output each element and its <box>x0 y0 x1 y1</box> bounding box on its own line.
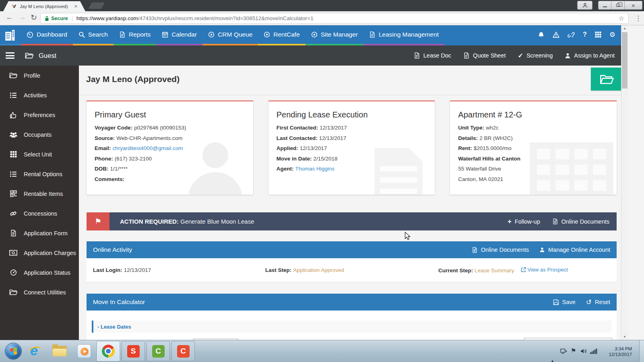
guest-folder-button[interactable] <box>591 68 621 90</box>
assign-to-agent-button[interactable]: Assign to Agent <box>565 52 615 59</box>
gear-icon[interactable]: ⚙ <box>609 31 615 39</box>
yardi-favicon <box>11 4 17 9</box>
move-in-calculator-body: - Lease Dates <box>87 311 617 340</box>
topnav-item-reports[interactable]: Reports <box>114 25 156 45</box>
quote-sheet-button[interactable]: Quote Sheet <box>463 52 506 59</box>
sidebar-item-occupants[interactable]: Occupants <box>0 125 79 144</box>
secure-label: Secure <box>51 16 68 21</box>
file-explorer-icon[interactable] <box>52 346 67 356</box>
back-button[interactable]: ← <box>6 13 13 22</box>
bookmark-star-icon[interactable]: ☆ <box>619 14 624 22</box>
start-button[interactable] <box>5 343 22 360</box>
action-label: Follow-up <box>515 218 540 225</box>
help-icon[interactable]: ? <box>583 31 587 38</box>
close-button[interactable]: × <box>625 1 642 10</box>
forward-button[interactable]: → <box>19 13 26 22</box>
building-logo-icon <box>4 29 17 41</box>
current-step-link[interactable]: Lease Summary <box>475 267 514 274</box>
lease-dates-section[interactable]: - Lease Dates <box>92 321 611 333</box>
secure-chip[interactable]: Secure <box>45 16 68 21</box>
scroll-up-icon[interactable]: ▲ <box>621 27 628 30</box>
topnav-item-search[interactable]: Search <box>73 25 114 45</box>
ring-icon <box>311 31 318 38</box>
email-link[interactable]: chryarditest4000@gmail.com <box>113 145 183 151</box>
sidebar-label: Select Unit <box>24 151 52 158</box>
new-tab-button[interactable] <box>89 2 105 9</box>
browser-tab[interactable]: Jay M Leno (Approved) × <box>3 1 85 11</box>
topnav-item-crm-queue[interactable]: CRM Queue <box>202 25 258 45</box>
address-line2: Canton, MA 02021 <box>458 176 609 182</box>
scrollbar-thumb[interactable] <box>622 32 627 88</box>
sidebar-item-profile[interactable]: Profile <box>0 66 79 85</box>
refresh-button[interactable]: ↻ <box>31 13 37 22</box>
yardi-logo[interactable] <box>0 25 21 45</box>
guest-title: Guest <box>39 52 56 60</box>
topnav-item-rentcafe[interactable]: RentCafe <box>258 25 305 45</box>
apps-grid-icon[interactable] <box>595 31 601 38</box>
url-path: /47433chrvplus/rescrm.resident/movein?id… <box>138 15 314 21</box>
sidebar-item-application-form[interactable]: Application Form <box>0 223 79 243</box>
sidebar-label: Rentable Items <box>24 191 63 197</box>
topnav-item-calendar[interactable]: Calendar <box>156 25 202 45</box>
chrome-taskbar-button[interactable] <box>97 341 120 361</box>
snagit-taskbar-button[interactable]: S <box>122 341 145 361</box>
save-button[interactable]: Save <box>553 299 576 305</box>
broken-link-icon[interactable] <box>568 31 575 38</box>
sidebar-item-preferences[interactable]: Preferences <box>0 105 79 125</box>
agent-link[interactable]: Thomas Higgins <box>295 166 334 172</box>
recorder-taskbar-button[interactable]: C <box>171 341 195 361</box>
scroll-down-icon[interactable]: ▼ <box>621 335 628 339</box>
sidebar-item-activities[interactable]: Activities <box>0 85 79 105</box>
follow-up-button[interactable]: +Follow-up <box>508 218 540 226</box>
hamburger-menu-icon[interactable] <box>6 52 14 59</box>
sidebar-item-rental-options[interactable]: Rental Options <box>0 164 79 184</box>
restore-button[interactable] <box>611 1 625 10</box>
sidebar-item-rentable-items[interactable]: Rentable Items <box>0 184 79 204</box>
bell-icon[interactable] <box>538 31 545 38</box>
topnav-item-leasing-management[interactable]: Leasing Management <box>363 25 444 45</box>
network-signal-icon[interactable] <box>590 348 597 354</box>
screening-button[interactable]: ✓Screening <box>518 52 553 60</box>
list-icon <box>8 171 19 178</box>
internet-explorer-icon[interactable]: e <box>27 343 43 359</box>
minimize-button[interactable] <box>598 1 611 10</box>
sidebar-item-concessions[interactable]: Concessions <box>0 204 79 223</box>
topnav-item-dashboard[interactable]: Dashboard <box>21 25 73 45</box>
online-documents-button[interactable]: Online Documents <box>552 218 609 225</box>
page-scrollbar[interactable]: ▲ ▼ <box>621 25 628 340</box>
sidebar-label: Application Charges <box>24 250 76 256</box>
sidebar-item-select-unit[interactable]: Select Unit <box>0 144 79 164</box>
url-text: https://www.yardiasp.com/47433chrvplus/r… <box>76 15 314 21</box>
online-activity-header: Online Activity Online Documents Manage … <box>87 241 617 258</box>
address-bar[interactable]: Secure https://www.yardiasp.com/47433chr… <box>40 13 629 24</box>
taskbar-clock[interactable]: 3:34 PM12/13/2017 <box>601 343 632 357</box>
browser-menu-icon[interactable]: ⋮ <box>635 14 642 23</box>
camtasia-taskbar-button[interactable]: C <box>147 341 170 361</box>
primary-guest-card: Primary Guest Voyager Code:p0297646 (t00… <box>87 101 253 195</box>
tray-expand-icon[interactable]: ▲ <box>551 350 554 362</box>
last-step-link[interactable]: Application Approved <box>293 267 344 273</box>
lease-doc-button[interactable]: Lease Doc <box>414 52 451 59</box>
tray-device-icon[interactable] <box>560 348 567 354</box>
browser-tab-strip: Jay M Leno (Approved) × × <box>0 0 644 11</box>
reset-button[interactable]: ↺Reset <box>586 298 610 306</box>
media-player-icon[interactable] <box>77 344 91 358</box>
topnav-item-site-manager[interactable]: Site Manager <box>305 25 363 45</box>
sidebar-item-application-charges[interactable]: Application Charges <box>0 243 79 263</box>
tab-close-icon[interactable]: × <box>74 4 77 9</box>
profile-button[interactable] <box>577 1 592 10</box>
sidebar-item-connect-utilities[interactable]: Connect Utilities <box>0 282 79 302</box>
show-desktop-button[interactable] <box>639 340 644 362</box>
action-label: Online Documents <box>481 247 529 253</box>
view-as-prospect-link[interactable]: View as Prospect <box>521 267 568 273</box>
clock-date: 12/13/2017 <box>601 352 632 357</box>
online-documents-button[interactable]: Online Documents <box>472 247 529 253</box>
action-center-flag-icon[interactable]: ⚑ <box>571 347 576 354</box>
pending-lease-card: Pending Lease Execution First Contacted:… <box>268 101 435 195</box>
sidebar-item-application-status[interactable]: Application Status <box>0 263 79 282</box>
volume-icon[interactable] <box>580 348 587 354</box>
alert-triangle-icon[interactable] <box>553 31 559 38</box>
manage-online-account-button[interactable]: Manage Online Account <box>539 247 610 253</box>
page-title-row: Jay M Leno (Approved) <box>79 66 621 95</box>
taskbar: e S C C ▲ ⚑ 3:34 PM12/13/2017 <box>0 340 644 362</box>
